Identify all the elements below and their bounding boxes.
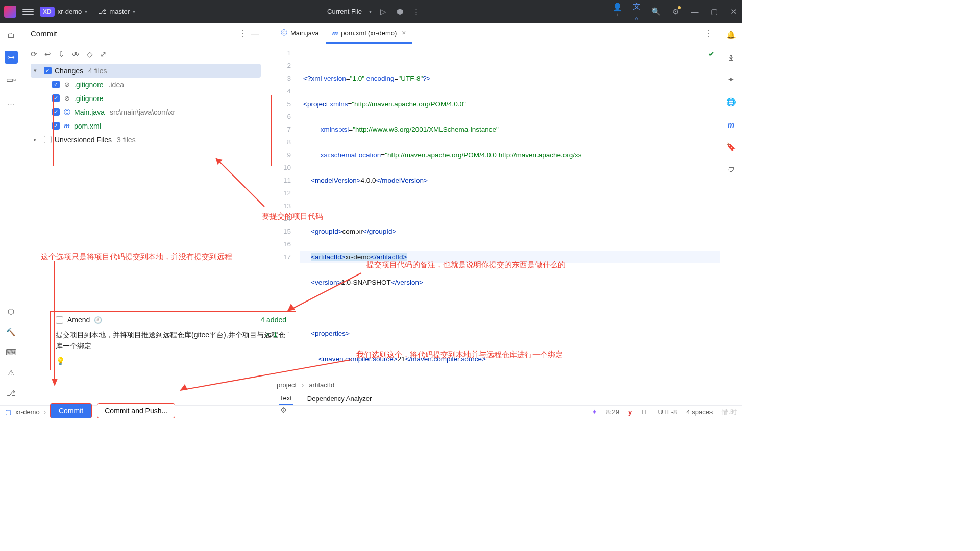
- indent[interactable]: 4 spaces: [686, 408, 713, 416]
- panel-more-icon[interactable]: ⋮: [236, 29, 249, 38]
- ignore-icon: ⊘: [63, 81, 71, 88]
- commit-and-push-button[interactable]: Commit and Push...: [97, 403, 175, 418]
- commit-settings-icon[interactable]: ⚙: [280, 406, 287, 415]
- notifications-icon[interactable]: 🔔: [725, 28, 738, 41]
- tab-options-icon[interactable]: ⋮: [704, 29, 720, 38]
- shield-icon[interactable]: 🛡: [725, 163, 738, 176]
- panel-title: Commit: [31, 29, 236, 38]
- preview-icon[interactable]: 👁: [72, 50, 80, 59]
- encoding[interactable]: UTF-8: [658, 408, 677, 416]
- close-icon[interactable]: ✕: [729, 7, 738, 16]
- minimize-icon[interactable]: —: [690, 7, 699, 16]
- checkbox-unchecked[interactable]: [44, 136, 52, 143]
- git-tool-icon[interactable]: ⎇: [5, 387, 18, 400]
- chevron-down-icon[interactable]: ▾: [34, 67, 41, 74]
- expand-icon[interactable]: ⤢: [100, 49, 107, 59]
- breadcrumb-item[interactable]: project: [277, 381, 297, 389]
- translate-icon[interactable]: 文A: [632, 2, 641, 21]
- changes-count: 4 files: [88, 67, 107, 75]
- commit-message-input[interactable]: 提交项目到本地，并将项目推送到远程仓库(gitee平台),并个项目与远程仓库一个…: [51, 326, 296, 370]
- services-icon[interactable]: ⬡: [5, 305, 18, 318]
- ai-status-icon[interactable]: ✦: [592, 408, 597, 416]
- terminal-icon[interactable]: ⌨: [5, 346, 18, 359]
- panel-minimize-icon[interactable]: —: [249, 29, 261, 38]
- more-tool-icon[interactable]: …: [5, 95, 18, 109]
- problems-icon[interactable]: ⚠: [5, 366, 18, 380]
- checkbox-checked[interactable]: ✓: [52, 122, 60, 130]
- project-badge[interactable]: XD: [40, 7, 55, 17]
- title-bar: XD xr-demo ▾ ⎇ master ▾ Current File ▾ ▷…: [0, 0, 742, 23]
- changes-node[interactable]: ▾ ✓ Changes 4 files: [31, 64, 261, 78]
- run-icon[interactable]: ▷: [379, 7, 388, 16]
- maximize-icon[interactable]: ▢: [709, 7, 719, 16]
- caret-position[interactable]: 8:29: [606, 408, 619, 416]
- code-lines[interactable]: ✔ <?xml version="1.0" encoding="UTF-8"?>…: [300, 44, 720, 378]
- project-name[interactable]: xr-demo: [58, 8, 82, 15]
- brand-icon[interactable]: y: [628, 408, 632, 416]
- close-tab-icon[interactable]: ×: [402, 29, 406, 37]
- checkbox-checked[interactable]: ✓: [44, 67, 52, 74]
- more-icon[interactable]: ⋮: [411, 7, 421, 16]
- maven-tool-icon[interactable]: m: [725, 118, 738, 131]
- file-row[interactable]: ✓ ⊘ .gitignore: [31, 91, 261, 105]
- rollback-icon[interactable]: ↩: [44, 49, 51, 59]
- chevron-down-icon[interactable]: ▾: [369, 9, 372, 14]
- line-gutter: 1234567891011121314151617: [270, 44, 300, 378]
- debug-icon[interactable]: ⬢: [395, 7, 404, 16]
- history-icon[interactable]: 🕘: [94, 316, 102, 324]
- checkbox-checked[interactable]: ✓: [52, 108, 60, 116]
- watermark: 惜.时: [722, 408, 737, 417]
- group-icon[interactable]: ◇: [87, 49, 93, 59]
- amend-label: Amend: [67, 316, 90, 324]
- file-name: .gitignore: [74, 94, 104, 103]
- unversioned-node[interactable]: ▸ Unversioned Files 3 files: [31, 133, 261, 146]
- amend-checkbox[interactable]: [56, 316, 63, 324]
- code-with-me-icon[interactable]: 👤⁺: [612, 3, 622, 21]
- git-branch[interactable]: ⎇ master ▾: [99, 8, 135, 15]
- bulb-icon[interactable]: 💡: [56, 356, 65, 367]
- inspection-ok-icon[interactable]: ✔: [708, 47, 715, 60]
- project-tool-icon[interactable]: 🗀: [5, 28, 18, 41]
- editor-subtab-dependency[interactable]: Dependency Analyzer: [306, 393, 373, 405]
- settings-icon[interactable]: ⚙: [671, 7, 680, 16]
- changes-tree: ▾ ✓ Changes 4 files ✓ ⊘ .gitignore .idea…: [22, 64, 269, 146]
- run-config-name[interactable]: Current File: [327, 8, 362, 15]
- shelf-icon[interactable]: ⇩: [58, 49, 65, 59]
- editor-area: Ⓒ Main.java m pom.xml (xr-demo) × ⋮ 1234…: [270, 23, 720, 405]
- tab-label: pom.xml (xr-demo): [341, 29, 397, 37]
- tab-label: Main.java: [290, 29, 319, 37]
- file-row[interactable]: ✓ Ⓒ Main.java src\main\java\com\xr: [31, 105, 261, 119]
- chevron-right-icon[interactable]: ▸: [34, 136, 41, 143]
- search-icon[interactable]: 🔍: [651, 7, 660, 16]
- tab-main-java[interactable]: Ⓒ Main.java: [275, 23, 325, 44]
- line-separator[interactable]: LF: [641, 408, 649, 416]
- commit-button[interactable]: Commit: [50, 403, 92, 418]
- branch-icon: ⎇: [99, 8, 106, 15]
- status-project[interactable]: xr-demo: [15, 408, 40, 416]
- web-icon[interactable]: 🌐: [725, 95, 738, 109]
- build-icon[interactable]: 🔨: [5, 325, 18, 339]
- structure-tool-icon[interactable]: ▭▫: [5, 73, 18, 86]
- maven-icon: m: [332, 29, 338, 37]
- maven-icon: m: [63, 122, 71, 130]
- database-icon[interactable]: 🗄: [725, 51, 738, 64]
- unversioned-count: 3 files: [117, 136, 136, 144]
- editor-subtab-text[interactable]: Text: [279, 392, 293, 405]
- file-row[interactable]: ✓ m pom.xml: [31, 119, 261, 133]
- left-tool-strip: 🗀 ⊶ ▭▫ … ⬡ 🔨 ⌨ ⚠ ⎇: [0, 23, 22, 405]
- ai-icon[interactable]: ✦: [725, 73, 738, 86]
- tab-pom-xml[interactable]: m pom.xml (xr-demo) ×: [326, 23, 412, 44]
- checkbox-checked[interactable]: ✓: [52, 94, 60, 102]
- file-row[interactable]: ✓ ⊘ .gitignore .idea: [31, 78, 261, 91]
- hamburger-icon[interactable]: [22, 9, 34, 15]
- refresh-icon[interactable]: ⟳: [31, 49, 37, 59]
- breadcrumb[interactable]: project › artifactId: [270, 378, 720, 391]
- breadcrumb-item[interactable]: artifactId: [309, 381, 334, 389]
- bookmark-icon[interactable]: 🔖: [725, 140, 738, 154]
- module-icon: ▢: [5, 408, 11, 416]
- code-editor[interactable]: 1234567891011121314151617 ✔ <?xml versio…: [270, 44, 720, 378]
- file-name: pom.xml: [74, 122, 101, 130]
- chevron-down-icon[interactable]: ▾: [85, 9, 87, 14]
- commit-tool-icon[interactable]: ⊶: [5, 51, 18, 64]
- checkbox-checked[interactable]: ✓: [52, 81, 60, 88]
